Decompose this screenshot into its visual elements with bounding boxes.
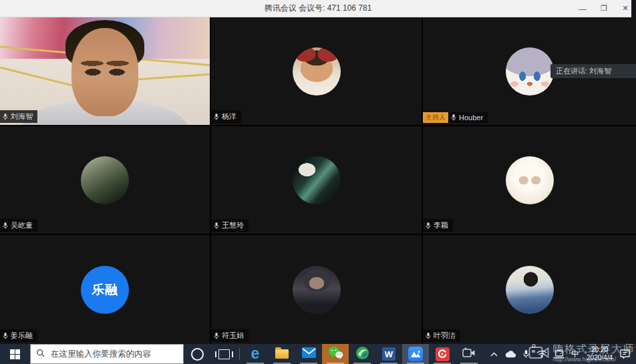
window-title: 腾讯会议 会议号: 471 106 781 <box>0 3 636 14</box>
avatar <box>506 156 554 204</box>
participant-name: 王慧玲 <box>222 220 244 230</box>
participant-name-tag: 符玉娟 <box>211 329 249 342</box>
mic-icon <box>425 332 432 340</box>
cortana-icon <box>191 348 204 361</box>
participant-tile-liuhaizhi[interactable]: 刘海智 <box>0 17 210 125</box>
participant-name-tag: 吴屹童 <box>0 219 37 232</box>
video-feed <box>0 17 210 125</box>
tray-date: 2020/4/4 <box>587 354 613 362</box>
host-badge: 主持人 <box>423 112 448 123</box>
mic-icon <box>213 222 220 230</box>
participant-tile-yangyang[interactable]: 杨洋 <box>211 17 422 125</box>
search-icon <box>36 348 45 360</box>
ime-indicator[interactable]: 中 <box>568 344 583 364</box>
file-explorer-icon <box>275 349 289 359</box>
windows-taskbar: e W 中 20:20 2020/4/4 <box>0 344 636 364</box>
screen-edge <box>631 0 636 17</box>
participant-name: Houber <box>459 114 483 122</box>
mic-icon <box>213 113 220 121</box>
window-controls: — ❐ ✕ <box>572 0 636 17</box>
taskbar-app-word[interactable]: W <box>375 344 402 364</box>
tray-device-icon[interactable] <box>550 344 568 364</box>
participant-name-tag: 王慧玲 <box>211 219 249 232</box>
participant-tile-wuyitong[interactable]: 吴屹童 <box>0 126 210 234</box>
tray-chevron-up[interactable] <box>487 344 501 364</box>
word-icon: W <box>382 347 395 361</box>
participant-tile-yeyujie[interactable]: 叶羽洁 <box>423 235 636 344</box>
avatar-lerong-logo: 乐融 <box>81 266 129 314</box>
speaking-indicator: 正在讲话: 刘海智 <box>550 64 636 78</box>
minimize-button[interactable]: — <box>572 0 593 17</box>
participant-name: 姜乐融 <box>11 331 33 341</box>
participant-grid: 刘海智 杨洋 正在讲话: 刘海智 主持人 Houber 吴屹童 王慧玲 <box>0 17 636 344</box>
avatar <box>293 266 341 314</box>
wechat-icon <box>328 346 343 362</box>
participant-name: 叶羽洁 <box>434 331 456 341</box>
taskbar-app-red-spiral[interactable] <box>429 344 456 364</box>
participant-tile-wanghuiling[interactable]: 王慧玲 <box>211 126 422 234</box>
participant-name-tag: 杨洋 <box>211 110 241 123</box>
participant-tile-fuyujuan[interactable]: 符玉娟 <box>211 235 422 344</box>
tray-wifi-icon[interactable] <box>533 344 550 364</box>
restore-button[interactable]: ❐ <box>593 0 615 17</box>
taskbar-app-screen-recorder[interactable] <box>456 344 482 364</box>
screen-recorder-icon <box>462 347 476 361</box>
lerong-logo-text: 乐融 <box>92 281 118 299</box>
mic-icon <box>2 222 9 230</box>
participant-name-tag: 姜乐融 <box>0 329 37 342</box>
participant-name-tag: 叶羽洁 <box>423 329 460 342</box>
participant-name-tag: 李颖 <box>423 219 453 232</box>
person-face <box>71 28 138 116</box>
participant-tile-liying[interactable]: 李颖 <box>423 126 636 234</box>
taskbar-separator <box>239 348 240 360</box>
taskbar-app-file-explorer[interactable] <box>269 344 295 364</box>
windows-logo-icon <box>10 349 20 359</box>
mail-icon <box>302 347 316 361</box>
cortana-button[interactable] <box>184 344 210 364</box>
task-view-button[interactable] <box>210 344 237 364</box>
participant-name: 吴屹童 <box>11 220 33 230</box>
taskbar-app-mail[interactable] <box>295 344 322 364</box>
start-button[interactable] <box>0 344 30 364</box>
green-app-icon <box>355 346 369 363</box>
participant-name-tag: 主持人 Houber <box>423 112 488 123</box>
system-tray: 中 20:20 2020/4/4 <box>482 344 636 364</box>
notification-center-icon[interactable] <box>617 344 633 364</box>
avatar <box>293 47 341 96</box>
taskbar-search[interactable] <box>30 344 184 364</box>
window-titlebar: 腾讯会议 会议号: 471 106 781 — ❐ ✕ <box>0 0 636 17</box>
tray-cloud-icon[interactable] <box>501 344 519 364</box>
edge-icon: e <box>251 346 260 361</box>
tray-clock[interactable]: 20:20 2020/4/4 <box>583 346 617 362</box>
task-view-icon <box>218 349 230 359</box>
taskbar-app-green[interactable] <box>349 344 375 364</box>
avatar <box>293 156 341 204</box>
search-input[interactable] <box>49 349 178 359</box>
participant-name: 杨洋 <box>222 112 236 122</box>
taskbar-app-wechat[interactable] <box>322 344 349 364</box>
avatar <box>506 266 554 314</box>
tray-mic-icon[interactable] <box>519 344 533 364</box>
tencent-meeting-icon <box>408 347 423 361</box>
participant-name-tag: 刘海智 <box>0 110 37 123</box>
mic-icon <box>2 113 9 121</box>
mic-icon <box>450 114 457 122</box>
participant-tile-jianglerong[interactable]: 乐融 姜乐融 <box>0 235 210 344</box>
taskbar-app-tencent-meeting[interactable] <box>402 344 429 364</box>
participant-name: 符玉娟 <box>222 331 244 341</box>
mic-icon <box>425 222 432 230</box>
participant-name: 李颖 <box>434 220 448 230</box>
red-spiral-app-icon <box>436 347 450 361</box>
mic-icon <box>213 332 220 340</box>
taskbar-app-edge[interactable]: e <box>242 344 269 364</box>
tray-time: 20:20 <box>591 346 608 354</box>
participant-tile-houber[interactable]: 正在讲话: 刘海智 主持人 Houber <box>423 17 636 125</box>
mic-icon <box>2 332 9 340</box>
avatar <box>506 47 554 96</box>
avatar <box>81 156 129 204</box>
participant-name: 刘海智 <box>11 112 33 122</box>
